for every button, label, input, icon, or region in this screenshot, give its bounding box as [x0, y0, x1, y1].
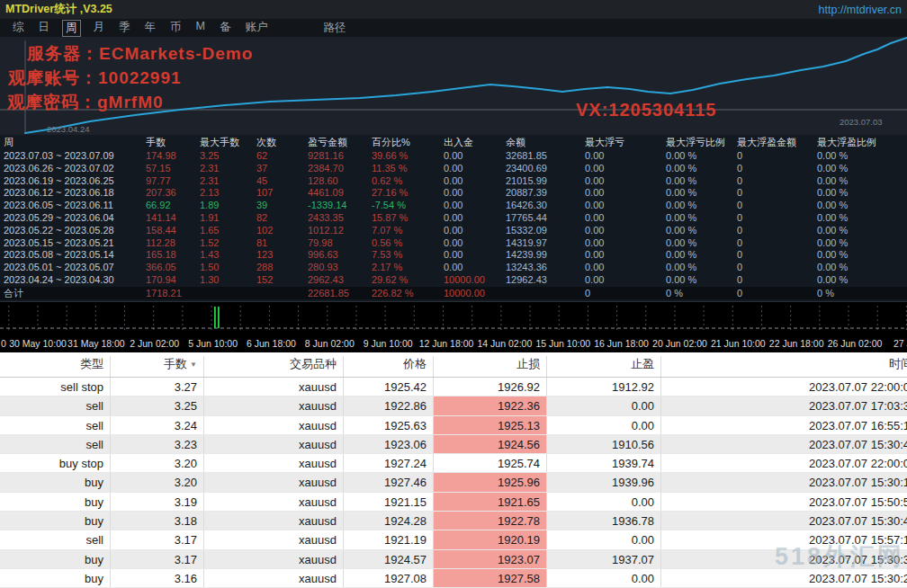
order-type: sell [0, 435, 111, 453]
stats-row[interactable]: 2023.07.03 ~ 2023.07.09174.983.25629281.… [0, 150, 907, 163]
menu-item-7[interactable]: 币 [168, 20, 184, 37]
stats-cell: 27.16 % [372, 187, 444, 200]
col-stop-loss[interactable]: 止损 [434, 356, 547, 377]
order-stop-loss: 1924.56 [434, 435, 547, 453]
order-price: 1922.86 [344, 396, 434, 414]
stats-cell: 0.00 [585, 212, 666, 225]
stats-row[interactable]: 2023.06.26 ~ 2023.07.0257.152.31372384.7… [0, 163, 907, 175]
stats-cell: 207.36 [146, 187, 200, 200]
order-row[interactable]: sell3.25xauusd1922.861922.360.002023.07.… [0, 396, 907, 415]
order-row[interactable]: sell3.24xauusd1925.631925.130.002023.07.… [0, 416, 907, 435]
menu-item-9[interactable]: 备 [218, 20, 233, 37]
menu-item-2[interactable]: 日 [37, 20, 52, 37]
stats-cell: 1012.12 [308, 225, 372, 237]
col-type[interactable]: 类型 [0, 356, 111, 377]
col-price[interactable]: 价格 [344, 356, 434, 377]
menu-item-1[interactable]: 综 [11, 20, 26, 37]
stats-col-header[interactable]: 出入金 [444, 135, 506, 150]
stats-col-header[interactable]: 次数 [256, 135, 308, 150]
stats-cell: 0.00 [585, 237, 666, 250]
order-row[interactable]: buy3.19xauusd1921.151921.650.002023.07.0… [0, 493, 907, 512]
stats-cell: 0 [737, 237, 817, 250]
stats-cell: 9281.16 [308, 150, 372, 163]
trade-marker [218, 307, 220, 328]
order-lots: 3.20 [111, 473, 204, 491]
order-row[interactable]: buy3.17xauusd1924.571923.071937.072023.0… [0, 550, 907, 569]
stats-row[interactable]: 2023.04.24 ~ 2023.04.30170.941.301522962… [0, 274, 907, 287]
order-row[interactable]: sell stop3.27xauusd1925.421926.921912.92… [0, 378, 907, 396]
stats-col-header[interactable]: 最大浮盈金额 [737, 135, 817, 150]
stats-row[interactable]: 2023.05.01 ~ 2023.05.07366.051.50288280.… [0, 262, 907, 274]
col-time[interactable]: 时间 [661, 356, 907, 377]
order-row[interactable]: sell3.17xauusd1921.191920.190.002023.07.… [0, 530, 907, 549]
stats-cell: 0.00 % [817, 262, 907, 274]
menu-item-4[interactable]: 月 [92, 20, 107, 37]
stats-col-header[interactable]: 最大浮盈比例 [817, 135, 907, 150]
menu-item-8[interactable]: M [194, 20, 207, 37]
orders-body: sell stop3.27xauusd1925.421926.921912.92… [0, 378, 907, 588]
time-axis-label: 5 Jun 10:00 [188, 338, 238, 349]
order-time: 2023.07.07 15:30:2 [661, 569, 907, 587]
stats-cell: 0.00 % [817, 163, 907, 175]
order-time: 2023.07.07 16:55:1 [661, 416, 907, 434]
stats-cell: 141.14 [146, 212, 200, 225]
website-link[interactable]: http://mtdriver.cn [819, 4, 902, 16]
chart-end-date: 2023.07.03 [840, 117, 883, 127]
stats-col-header[interactable]: 最大浮亏比例 [666, 135, 737, 150]
menu-item-3[interactable]: 周 [62, 20, 81, 37]
col-symbol[interactable]: 交易品种 [204, 356, 344, 377]
time-axis: 030 May 10:0031 May 18:002 Jun 02:005 Ju… [0, 334, 907, 352]
stats-cell: 0.00 [444, 163, 506, 175]
stats-row[interactable]: 2023.06.05 ~ 2023.06.1166.921.8939-1339.… [0, 200, 907, 212]
order-stop-loss: 1923.07 [434, 550, 547, 568]
stats-row[interactable]: 2023.06.12 ~ 2023.06.18207.362.131074461… [0, 187, 907, 200]
stats-col-header[interactable]: 最大手数 [200, 135, 256, 150]
menu-item-5[interactable]: 季 [117, 20, 132, 37]
menu-item-10[interactable]: 账户 [243, 20, 269, 37]
order-row[interactable]: buy3.18xauusd1924.281922.781936.782023.0… [0, 512, 907, 530]
stats-cell: 0 [737, 163, 817, 175]
stats-col-header[interactable]: 百分比% [372, 135, 444, 150]
order-take-profit: 0.00 [547, 493, 661, 511]
col-lots[interactable]: 手数▼ [111, 356, 204, 377]
stats-cell: 0.56 % [372, 237, 444, 250]
col-take-profit[interactable]: 止盈 [547, 356, 661, 377]
stats-col-header[interactable]: 最大浮亏 [585, 135, 666, 150]
order-row[interactable]: buy3.16xauusd1927.081927.580.002023.07.0… [0, 569, 907, 588]
order-type: buy [0, 512, 111, 530]
stats-row[interactable]: 2023.06.19 ~ 2023.06.2597.772.3145128.60… [0, 175, 907, 188]
order-lots: 3.17 [111, 550, 204, 568]
stats-col-header[interactable]: 周 [4, 135, 146, 150]
stats-cell: 0.00 % [817, 200, 907, 212]
stats-row[interactable]: 2023.05.29 ~ 2023.06.04141.141.91822433.… [0, 212, 907, 225]
stats-row[interactable]: 2023.05.15 ~ 2023.05.21112.281.528179.98… [0, 237, 907, 250]
stats-cell: 0.00 % [666, 200, 737, 212]
order-row[interactable]: buy3.20xauusd1927.461925.961939.962023.0… [0, 473, 907, 492]
menu-item-6[interactable]: 年 [143, 20, 158, 37]
stats-row[interactable]: 2023.05.22 ~ 2023.05.28158.441.651021012… [0, 225, 907, 237]
order-price: 1925.42 [344, 378, 434, 396]
stats-col-header[interactable]: 手数 [146, 135, 200, 150]
stats-cell [506, 287, 585, 299]
order-symbol: xauusd [204, 396, 344, 414]
order-time: 2023.07.07 15:30:4 [661, 435, 907, 453]
order-time: 2023.07.07 15:57:1 [661, 530, 907, 548]
stats-cell: 0.00 [585, 163, 666, 175]
order-symbol: xauusd [204, 454, 344, 472]
stats-cell: 0 [737, 200, 817, 212]
stats-col-header[interactable]: 盈亏金额 [308, 135, 372, 150]
order-row[interactable]: buy stop3.20xauusd1927.241925.741939.742… [0, 454, 907, 473]
stats-cell: 0.00 [585, 150, 666, 163]
stats-col-header[interactable]: 余额 [506, 135, 585, 150]
stats-row[interactable]: 2023.05.08 ~ 2023.05.14165.181.43123996.… [0, 249, 907, 262]
order-time: 2023.07.07 17:03:3 [661, 396, 907, 414]
stats-cell: 0.00 % [817, 187, 907, 200]
order-row[interactable]: sell3.23xauusd1923.061924.561910.562023.… [0, 435, 907, 454]
order-symbol: xauusd [204, 473, 344, 491]
stats-cell: 165.18 [146, 249, 200, 262]
menu-item-path[interactable]: 路径 [321, 21, 347, 36]
order-type: sell [0, 396, 111, 414]
stats-cell: 0.00 % [817, 237, 907, 250]
order-lots: 3.17 [111, 530, 204, 548]
stats-cell: 29.62 % [372, 274, 444, 287]
